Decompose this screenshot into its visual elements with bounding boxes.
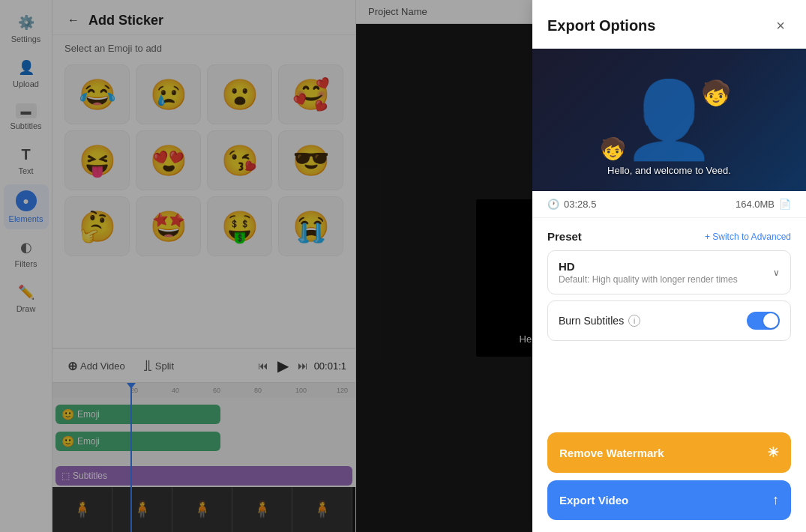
switch-advanced-button[interactable]: + Switch to Advanced (705, 232, 791, 242)
preview-sticker-right: 🧒 (701, 79, 731, 107)
watermark-icon: ☀ (767, 444, 779, 461)
toggle-knob (763, 313, 778, 328)
preset-dropdown[interactable]: HD Default: High quality with longer ren… (547, 250, 791, 294)
preset-name: HD (559, 260, 738, 273)
export-close-button[interactable]: × (770, 15, 791, 36)
burn-subtitles-text: Burn Subtitles (559, 315, 624, 327)
export-meta: 🕐 03:28.5 164.0MB 📄 (532, 191, 806, 218)
remove-watermark-label: Remove Watermark (559, 447, 664, 459)
meta-duration: 🕐 03:28.5 (547, 199, 596, 210)
preset-label: Preset (547, 230, 582, 243)
burn-subtitles-label: Burn Subtitles i (559, 315, 640, 327)
duration-value: 03:28.5 (564, 199, 596, 210)
burn-subtitles-toggle[interactable] (747, 312, 780, 330)
preview-background: 👤 🧒 🧒 Hello, and welcome to Veed. (532, 49, 806, 191)
export-preview: 👤 🧒 🧒 Hello, and welcome to Veed. (532, 49, 806, 191)
remove-watermark-button[interactable]: Remove Watermark ☀ (547, 432, 791, 473)
preset-info: HD Default: High quality with longer ren… (559, 260, 738, 285)
export-overlay: Export Options × 👤 🧒 🧒 Hello, and welcom… (0, 0, 806, 532)
export-panel: Export Options × 👤 🧒 🧒 Hello, and welcom… (532, 0, 806, 532)
clock-icon: 🕐 (547, 199, 559, 210)
chevron-down-icon: ∨ (773, 267, 780, 278)
preview-sticker-left: 🧒 (600, 136, 626, 161)
export-upload-icon: ↑ (772, 492, 779, 508)
export-section-preset: Preset + Switch to Advanced HD Default: … (532, 218, 806, 353)
export-header: Export Options × (532, 0, 806, 49)
export-video-button[interactable]: Export Video ↑ (547, 480, 791, 520)
preview-overlay-text: Hello, and welcome to Veed. (607, 165, 731, 176)
filesize-value: 164.0MB (736, 199, 775, 210)
export-video-label: Export Video (559, 494, 628, 507)
preset-row: Preset + Switch to Advanced (547, 230, 791, 243)
export-actions: Remove Watermark ☀ Export Video ↑ (532, 420, 806, 532)
meta-filesize: 164.0MB 📄 (736, 199, 791, 210)
preset-desc: Default: High quality with longer render… (559, 274, 738, 285)
export-title: Export Options (547, 17, 655, 34)
file-icon: 📄 (779, 199, 791, 210)
burn-subtitles-info-icon[interactable]: i (628, 315, 640, 327)
burn-subtitles-row: Burn Subtitles i (547, 300, 791, 341)
